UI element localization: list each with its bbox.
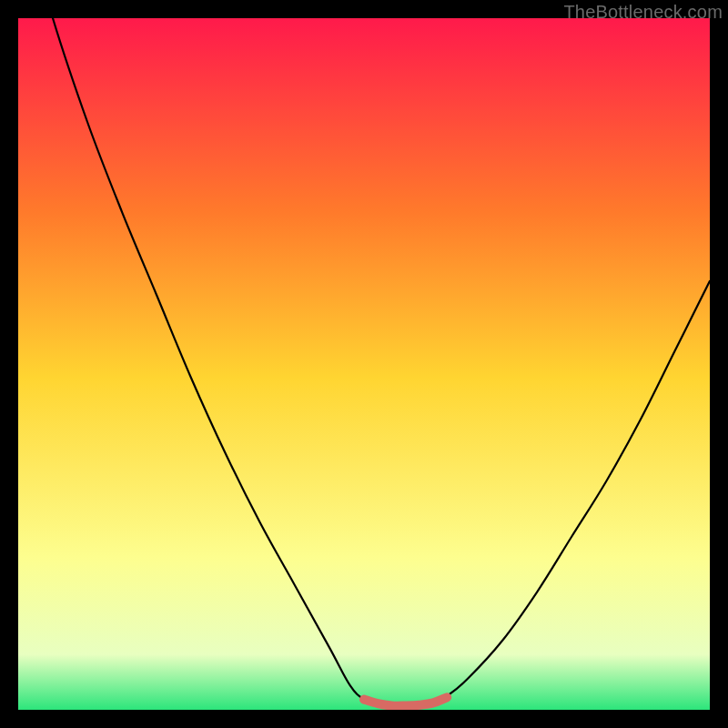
bottleneck-chart	[18, 18, 710, 710]
chart-frame: TheBottleneck.com	[0, 0, 728, 728]
gradient-background	[18, 18, 710, 710]
